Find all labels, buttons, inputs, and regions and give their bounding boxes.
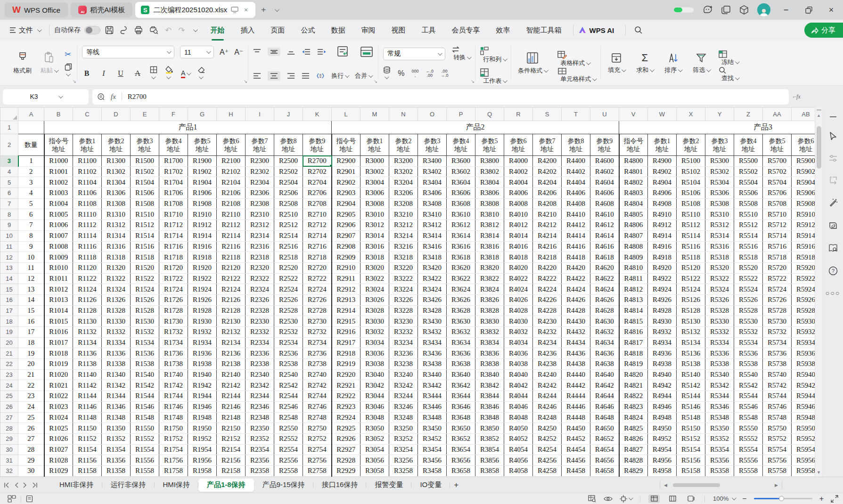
cell-X3[interactable]: R5100 <box>677 156 705 167</box>
column-label-cell[interactable]: 参数5地址 <box>475 134 504 156</box>
cell-U19[interactable]: R4632 <box>590 327 619 338</box>
col-header-AA[interactable]: AA <box>763 108 792 121</box>
cell-N27[interactable]: R3248 <box>389 412 418 423</box>
cell-K26[interactable]: R2746 <box>303 401 332 412</box>
cell-I3[interactable]: R2300 <box>246 156 274 167</box>
cell-U31[interactable]: R4656 <box>590 455 619 466</box>
cell-AB4[interactable]: R5902 <box>792 166 815 177</box>
cell-G19[interactable]: R1932 <box>188 327 217 338</box>
cell-F25[interactable]: R1744 <box>159 391 188 402</box>
cell-X25[interactable]: R5144 <box>677 391 705 402</box>
cell-Y29[interactable]: R5352 <box>705 433 734 444</box>
restore-button[interactable] <box>802 7 816 14</box>
cell-W31[interactable]: R4956 <box>648 455 677 466</box>
cell-I8[interactable]: R2310 <box>246 209 274 220</box>
column-label-cell[interactable]: 参数5地址 <box>188 134 217 156</box>
col-header-X[interactable]: X <box>677 108 705 121</box>
cell-E23[interactable]: R1540 <box>131 369 159 380</box>
col-header-U[interactable]: U <box>590 108 619 121</box>
cell-L30[interactable]: R2927 <box>332 444 360 455</box>
row-header-29[interactable]: 29 <box>0 433 18 444</box>
cell-O13[interactable]: R3420 <box>418 262 447 273</box>
increase-decimal-button[interactable]: ←.0.00 <box>426 69 434 78</box>
cell-O11[interactable]: R3416 <box>418 241 447 252</box>
cell-W23[interactable]: R4940 <box>648 369 677 380</box>
eye-icon[interactable] <box>604 496 613 502</box>
cell-U32[interactable]: R4658 <box>590 465 619 476</box>
cell-U4[interactable]: R4602 <box>590 166 619 177</box>
cell-B17[interactable]: R1014 <box>44 305 73 316</box>
row-header-15[interactable]: 15 <box>0 284 18 295</box>
cell-O25[interactable]: R3444 <box>418 391 447 402</box>
cell-N31[interactable]: R3256 <box>389 455 418 466</box>
cell-Z4[interactable]: R5502 <box>734 166 763 177</box>
cell-A11[interactable]: 9 <box>18 241 44 252</box>
cell-Q10[interactable]: R3814 <box>475 230 504 241</box>
cell-J11[interactable]: R2516 <box>274 241 303 252</box>
cell-X4[interactable]: R5102 <box>677 166 705 177</box>
cell-AB26[interactable]: R5946 <box>792 401 815 412</box>
cell-M21[interactable]: R3036 <box>360 348 389 359</box>
cell-O32[interactable]: R3458 <box>418 465 447 476</box>
cell-M12[interactable]: R3018 <box>360 252 389 263</box>
cell-B25[interactable]: R1022 <box>44 391 73 402</box>
cell-F10[interactable]: R1714 <box>159 230 188 241</box>
cell-H4[interactable]: R2102 <box>217 166 246 177</box>
cell-N32[interactable]: R3258 <box>389 465 418 476</box>
cell-M23[interactable]: R3040 <box>360 369 389 380</box>
cell-I15[interactable]: R2324 <box>246 284 274 295</box>
cell-J7[interactable]: R2508 <box>274 198 303 209</box>
cell-AB15[interactable]: R5924 <box>792 284 815 295</box>
cell-P19[interactable]: R3632 <box>447 327 475 338</box>
cell-O8[interactable]: R3410 <box>418 209 447 220</box>
layout-loop-icon[interactable] <box>829 176 837 184</box>
convert-button[interactable]: 转换 <box>451 46 470 62</box>
cell-G5[interactable]: R1904 <box>188 177 217 188</box>
cell-Q3[interactable]: R3800 <box>475 156 504 167</box>
cell-B6[interactable]: R1003 <box>44 188 73 199</box>
cell-U29[interactable]: R4652 <box>590 433 619 444</box>
cell-AB6[interactable]: R5906 <box>792 188 815 199</box>
cell-H28[interactable]: R2150 <box>217 423 246 434</box>
cell-H7[interactable]: R2108 <box>217 198 246 209</box>
cell-H12[interactable]: R2118 <box>217 252 246 263</box>
cell-T18[interactable]: R4430 <box>562 316 590 327</box>
cell-AB27[interactable]: R5948 <box>792 412 815 423</box>
cell-X28[interactable]: R5150 <box>677 423 705 434</box>
cell-S11[interactable]: R4216 <box>533 241 562 252</box>
cell-Z31[interactable]: R5556 <box>734 455 763 466</box>
cell-E20[interactable]: R1534 <box>131 337 159 348</box>
spreadsheet-grid[interactable]: ABCDEFGHIJKLMNOPQRSTUVWXYZAAAB1产品1产品2产品3… <box>0 107 815 477</box>
cell-F8[interactable]: R1710 <box>159 209 188 220</box>
cell-D17[interactable]: R1328 <box>102 305 131 316</box>
cell-P25[interactable]: R3644 <box>447 391 475 402</box>
cell-AA7[interactable]: R5708 <box>763 198 792 209</box>
cell-H20[interactable]: R2134 <box>217 337 246 348</box>
cell-D32[interactable]: R1358 <box>102 465 131 476</box>
cell-V13[interactable]: R4810 <box>619 262 648 273</box>
merge-button[interactable]: 合并 <box>355 72 372 80</box>
cell-L26[interactable]: R2923 <box>332 401 360 412</box>
cell-T5[interactable]: R4404 <box>562 177 590 188</box>
cell-M25[interactable]: R3044 <box>360 391 389 402</box>
cell-I32[interactable]: R2358 <box>246 465 274 476</box>
table-zoom-icon[interactable] <box>588 495 597 503</box>
column-label-cell[interactable]: 参数7地址 <box>246 134 274 156</box>
column-label-cell[interactable]: 参数6地址 <box>504 134 533 156</box>
cell-X23[interactable]: R5140 <box>677 369 705 380</box>
minimize-button[interactable]: − <box>779 5 793 15</box>
align-middle-icon[interactable] <box>268 48 280 56</box>
cell-C25[interactable]: R1144 <box>73 391 102 402</box>
cell-L21[interactable]: R2918 <box>332 348 360 359</box>
save-icon[interactable] <box>105 26 114 34</box>
cell-X9[interactable]: R5112 <box>677 220 705 231</box>
column-label-cell[interactable]: 参数9地址 <box>303 134 332 156</box>
cell-M3[interactable]: R3000 <box>360 156 389 167</box>
cell-V17[interactable]: R4814 <box>619 305 648 316</box>
cell-AB3[interactable]: R5900 <box>792 156 815 167</box>
app-tab-wps-office[interactable]: W WPS Office <box>5 2 68 17</box>
cell-Y19[interactable]: R5332 <box>705 327 734 338</box>
rows-columns-button[interactable]: 行和列 <box>480 47 506 64</box>
cell-J28[interactable]: R2550 <box>274 423 303 434</box>
align-center-icon[interactable] <box>268 71 280 81</box>
